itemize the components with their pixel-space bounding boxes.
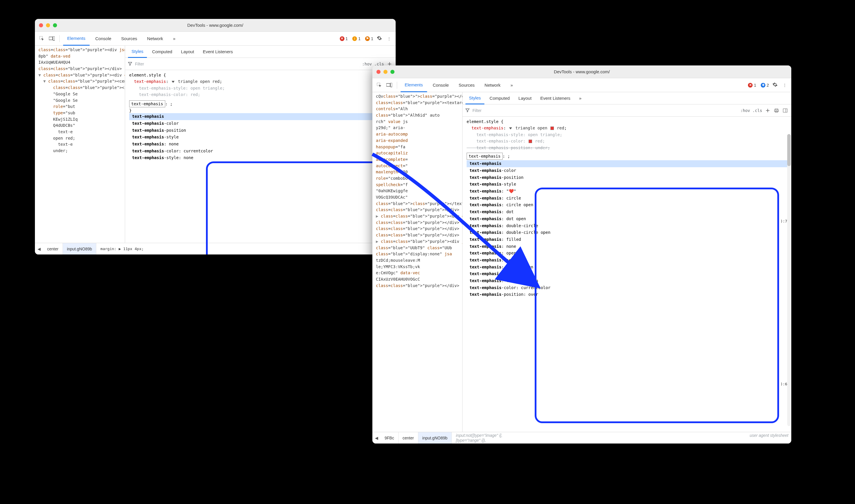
tab-elements[interactable]: Elements <box>63 32 90 46</box>
autocomplete-item[interactable]: text-emphasis: filled <box>467 236 787 243</box>
autocomplete-item[interactable]: text-emphasis: dot <box>467 209 787 216</box>
issue-counter[interactable]: ⚑1 <box>365 36 373 41</box>
autocomplete-item[interactable]: text-emphasis-style: none <box>129 155 392 161</box>
scrollbar-track <box>787 134 791 426</box>
minimize-icon[interactable] <box>384 70 388 74</box>
subtab-computed[interactable]: Computed <box>486 92 513 104</box>
css-property-input[interactable]: text-emphasis <box>467 153 503 160</box>
autocomplete-item[interactable]: text-emphasis-color <box>129 120 392 127</box>
subtab-layout[interactable]: Layout <box>177 46 198 58</box>
hov-toggle[interactable]: :hov <box>362 62 372 66</box>
minimize-icon[interactable] <box>46 23 50 27</box>
autocomplete-item[interactable]: text-emphasis: circle <box>467 195 787 202</box>
crumb-selected[interactable]: input.gNO89b <box>418 432 452 444</box>
styles-pane: Styles Computed Layout Event Listeners »… <box>463 92 791 432</box>
subtab-event-listeners[interactable]: Event Listeners <box>199 46 236 58</box>
autocomplete-item[interactable]: text-emphasis: triangle open <box>467 277 787 284</box>
autocomplete-item[interactable]: text-emphasis: double-circle open <box>467 229 787 236</box>
gear-icon[interactable] <box>375 35 384 41</box>
close-icon[interactable] <box>39 23 43 27</box>
autocomplete-popup[interactable]: text-emphasistext-emphasis-colortext-emp… <box>467 160 787 298</box>
chevron-left-icon[interactable]: ◀ <box>35 247 43 251</box>
filter-input[interactable]: Filter <box>473 108 481 113</box>
inspect-icon[interactable] <box>38 35 46 43</box>
autocomplete-item[interactable]: text-emphasis: sesame <box>467 257 787 264</box>
autocomplete-item[interactable]: text-emphasis: none <box>467 243 787 250</box>
chevron-left-icon[interactable]: ◀ <box>372 436 380 440</box>
autocomplete-item[interactable]: text-emphasis: "❤️" <box>467 188 787 195</box>
main-toolbar: Elements Console Sources Network » ✕1 !1… <box>35 32 396 46</box>
error-counter[interactable]: ✕1 <box>748 83 756 88</box>
autocomplete-item[interactable]: text-emphasis-style <box>467 181 787 188</box>
subtab-layout[interactable]: Layout <box>515 92 535 104</box>
autocomplete-item[interactable]: text-emphasis: circle open <box>467 201 787 209</box>
warning-counter[interactable]: !1 <box>352 36 360 41</box>
dom-tree[interactable]: class=class="blue">"purple"><div jsname=… <box>35 46 125 243</box>
svg-rect-1 <box>49 37 53 40</box>
subtab-computed[interactable]: Computed <box>149 46 176 58</box>
tab-sources[interactable]: Sources <box>455 78 479 92</box>
separator <box>397 82 397 89</box>
expand-icon[interactable] <box>509 127 512 129</box>
autocomplete-item[interactable]: text-emphasis: dot open <box>467 216 787 222</box>
autocomplete-item[interactable]: text-emphasis-position <box>129 127 392 134</box>
autocomplete-item[interactable]: text-emphasis-position: over <box>467 291 787 298</box>
css-property-input[interactable]: text-emphasis <box>129 100 165 107</box>
autocomplete-item[interactable]: text-emphasis-color <box>467 167 787 174</box>
tab-more[interactable]: » <box>169 32 179 46</box>
autocomplete-item[interactable]: text-emphasis: none <box>129 141 392 148</box>
device-icon[interactable] <box>48 35 56 43</box>
tab-sources[interactable]: Sources <box>117 32 141 46</box>
tab-console[interactable]: Console <box>91 32 115 46</box>
cls-toggle[interactable]: .cls <box>752 108 762 113</box>
kebab-icon[interactable]: ⋮ <box>386 36 393 41</box>
tab-more[interactable]: » <box>506 78 517 92</box>
autocomplete-item[interactable]: text-emphasis-color: currentcolor <box>467 284 787 291</box>
gear-icon[interactable] <box>771 82 779 88</box>
color-swatch-icon[interactable] <box>550 126 554 130</box>
subtab-styles[interactable]: Styles <box>128 46 147 58</box>
autocomplete-item[interactable]: text-emphasis-color: currentcolor <box>129 148 392 155</box>
kebab-icon[interactable]: ⋮ <box>781 83 788 87</box>
autocomplete-item[interactable]: text-emphasis-style <box>129 134 392 141</box>
new-rule-icon[interactable] <box>765 107 771 114</box>
titlebar: DevTools - www.google.com/ <box>35 19 396 32</box>
hov-toggle[interactable]: :hov <box>741 108 750 113</box>
scrollbar-thumb[interactable] <box>787 134 791 166</box>
autocomplete-item[interactable]: text-emphasis: sesame open <box>467 264 787 271</box>
subtab-event-listeners[interactable]: Event Listeners <box>537 92 574 104</box>
tab-elements[interactable]: Elements <box>400 78 427 92</box>
inspect-icon[interactable] <box>375 81 384 89</box>
devtools-window-new: DevTools - www.google.com/ Elements Cons… <box>372 66 791 444</box>
autocomplete-item[interactable]: text-emphasis-position <box>467 174 787 181</box>
dom-tree[interactable]: cQvclass="blue">">class="purple"></div>c… <box>372 92 463 432</box>
styles-rules[interactable]: element.style { text-emphasis: triangle … <box>463 116 791 432</box>
close-icon[interactable] <box>376 70 380 74</box>
autocomplete-item[interactable]: text-emphasis: double-circle <box>467 222 787 230</box>
autocomplete-popup[interactable]: text-emphasistext-emphasis-colortext-emp… <box>129 113 392 161</box>
autocomplete-item[interactable]: text-emphasis <box>129 113 392 120</box>
error-counter[interactable]: ✕1 <box>340 36 348 41</box>
tab-network[interactable]: Network <box>481 78 505 92</box>
subtab-more[interactable]: » <box>576 92 585 104</box>
autocomplete-item[interactable]: text-emphasis <box>467 160 787 167</box>
tab-network[interactable]: Network <box>143 32 167 46</box>
crumb-center[interactable]: center <box>43 243 63 255</box>
expand-icon[interactable] <box>172 81 175 83</box>
message-counter[interactable]: ✚2 <box>761 83 769 88</box>
tab-console[interactable]: Console <box>429 78 453 92</box>
autocomplete-item[interactable]: text-emphasis: triangle <box>467 270 787 277</box>
zoom-icon[interactable] <box>53 23 57 27</box>
device-icon[interactable] <box>385 81 393 89</box>
autocomplete-item[interactable]: text-emphasis: open <box>467 250 787 257</box>
styles-rules[interactable]: element.style { text-emphasis: triangle … <box>125 70 396 243</box>
zoom-icon[interactable] <box>390 70 394 74</box>
print-icon[interactable] <box>773 107 780 114</box>
subtab-styles[interactable]: Styles <box>465 92 484 104</box>
color-swatch-icon[interactable] <box>529 140 532 143</box>
filter-input[interactable]: Filter <box>135 62 144 66</box>
crumb-center[interactable]: center <box>398 432 418 444</box>
crumb-prev[interactable]: 9FBc <box>380 432 398 444</box>
crumb-selected[interactable]: input.gNO89b <box>63 243 96 255</box>
computed-panel-icon[interactable] <box>782 107 788 114</box>
